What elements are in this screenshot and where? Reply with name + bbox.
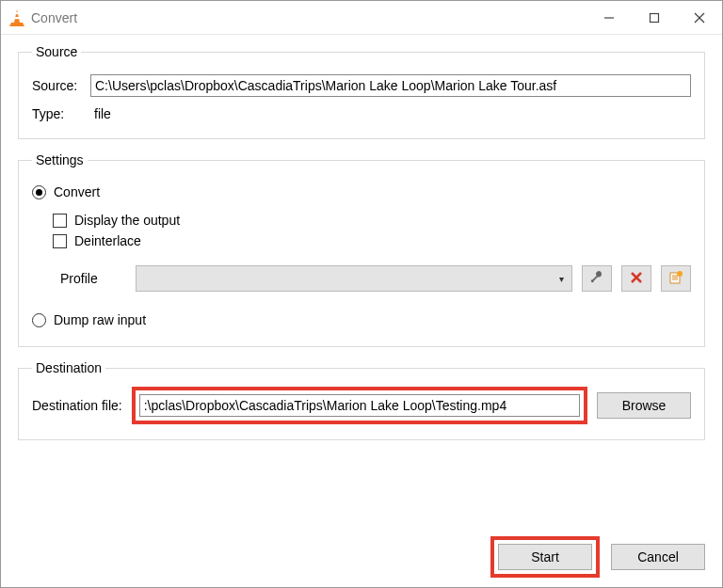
deinterlace-label: Deinterlace — [74, 233, 141, 248]
chevron-down-icon: ▾ — [559, 274, 564, 284]
deinterlace-checkbox[interactable]: Deinterlace — [53, 233, 691, 248]
radio-icon — [32, 313, 46, 327]
edit-profile-button[interactable] — [582, 265, 612, 292]
vlc-cone-icon — [8, 8, 25, 27]
svg-rect-1 — [15, 12, 19, 14]
x-icon — [630, 271, 643, 287]
source-label: Source: — [32, 78, 90, 93]
destination-group: Destination Destination file: Browse — [18, 360, 705, 440]
convert-radio-row[interactable]: Convert — [32, 184, 691, 199]
checkbox-icon — [53, 214, 67, 228]
window-title: Convert — [31, 10, 77, 25]
delete-profile-button[interactable] — [621, 265, 651, 292]
svg-point-14 — [677, 271, 683, 277]
settings-group: Settings Convert Display the output Dein… — [18, 152, 705, 347]
display-output-checkbox[interactable]: Display the output — [53, 213, 691, 228]
destination-highlight — [132, 387, 587, 424]
destination-legend: Destination — [32, 360, 105, 375]
radio-icon — [32, 185, 46, 199]
source-input[interactable] — [90, 74, 691, 97]
dump-radio-row[interactable]: Dump raw input — [32, 312, 691, 327]
source-legend: Source — [32, 44, 81, 59]
source-group: Source Source: Type: file — [18, 44, 705, 139]
new-profile-icon — [668, 270, 683, 288]
destination-input[interactable] — [139, 394, 580, 417]
minimize-button[interactable] — [586, 1, 632, 35]
start-highlight: Start — [490, 536, 600, 578]
type-label: Type: — [32, 106, 90, 121]
start-button[interactable]: Start — [498, 544, 592, 570]
new-profile-button[interactable] — [661, 265, 691, 292]
cancel-button[interactable]: Cancel — [611, 544, 705, 570]
convert-radio-label: Convert — [54, 184, 100, 199]
maximize-button[interactable] — [632, 1, 677, 35]
profile-label: Profile — [60, 271, 126, 286]
destination-label: Destination file: — [32, 398, 122, 413]
titlebar: Convert — [1, 1, 722, 35]
svg-rect-2 — [14, 17, 20, 19]
dump-radio-label: Dump raw input — [54, 312, 146, 327]
svg-rect-5 — [651, 13, 659, 22]
type-value: file — [90, 106, 111, 121]
checkbox-icon — [53, 234, 67, 248]
svg-marker-0 — [14, 9, 20, 23]
wrench-icon — [589, 270, 604, 288]
svg-marker-3 — [9, 23, 24, 26]
settings-legend: Settings — [32, 152, 88, 167]
display-output-label: Display the output — [74, 213, 180, 228]
close-button[interactable] — [677, 1, 722, 35]
browse-button[interactable]: Browse — [597, 392, 691, 419]
profile-select[interactable]: ▾ — [136, 265, 572, 292]
